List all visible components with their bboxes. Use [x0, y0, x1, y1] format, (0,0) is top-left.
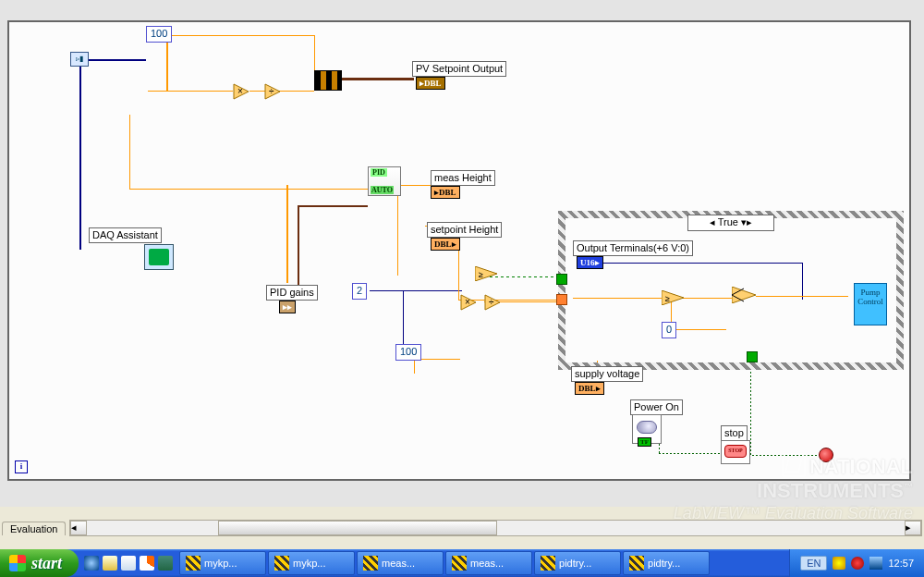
clock[interactable]: 12:57 — [888, 558, 914, 569]
op-select[interactable] — [732, 287, 756, 303]
case-structure[interactable]: ◂ True ▾▸ — [558, 211, 904, 370]
taskbar-item-5[interactable]: pidtry... — [623, 551, 710, 575]
vlc-icon[interactable] — [140, 556, 154, 571]
label-daq-assistant: DAQ Assistant — [89, 227, 162, 243]
while-loop-frame[interactable]: 100 2 100 0 PV Setpoint Output ▸DBL DAQ … — [7, 20, 911, 481]
svg-text:×: × — [465, 297, 470, 307]
horizontal-scrollbar[interactable]: ◂ ▸ — [69, 520, 922, 536]
w-pid-in — [286, 185, 288, 283]
label-power-on: Power On — [630, 399, 683, 415]
tunnel-left-bool — [556, 274, 567, 285]
dtype-dbl2: DBL — [434, 239, 452, 249]
const-100-top[interactable]: 100 — [146, 26, 172, 43]
wire-100a-h — [166, 35, 314, 36]
wb1 — [403, 290, 404, 351]
op-greater-equal[interactable]: ≥ — [475, 266, 497, 281]
case-selector[interactable]: ◂ True ▾▸ — [687, 215, 774, 231]
node-pump-control[interactable]: PumpControl — [854, 283, 887, 325]
dtype-tf-power: TF — [638, 437, 651, 447]
label-pid-gains: PID gains — [266, 285, 318, 301]
dtype-dbl3: DBL — [578, 384, 596, 393]
labview-icon — [541, 556, 555, 571]
label-pv-setpoint-output: PV Setpoint Output — [412, 61, 506, 77]
start-button[interactable]: start — [0, 549, 79, 577]
node-bundle[interactable] — [314, 70, 342, 91]
w-pidout-h — [397, 185, 431, 186]
w3-br — [336, 78, 414, 80]
tb-lbl-4: pidtry... — [559, 558, 591, 569]
node-daq-assistant[interactable] — [144, 244, 174, 270]
hscroll-left-button[interactable]: ◂ — [70, 521, 87, 535]
control-supply-voltage[interactable]: DBL▸ — [575, 382, 604, 395]
shift-register-left[interactable]: ▹▮ — [70, 52, 89, 67]
taskbar-item-3[interactable]: meas... — [445, 551, 532, 575]
daq-wire-v — [79, 59, 81, 250]
block-diagram-canvas[interactable]: 100 2 100 0 PV Setpoint Output ▸DBL DAQ … — [0, 0, 924, 507]
outlook-icon[interactable] — [121, 556, 136, 571]
op-multiply-2[interactable]: × — [460, 294, 477, 311]
tunnel-left-1 — [556, 294, 567, 305]
op-divide-1[interactable]: ÷ — [264, 83, 281, 100]
indicator-pv-setpoint[interactable]: ▸DBL — [416, 77, 445, 90]
op-divide-2[interactable]: ÷ — [484, 294, 501, 311]
op-multiply-1[interactable]: × — [233, 83, 249, 100]
pid-gains-v — [298, 205, 299, 294]
op-greater-equal-2[interactable]: ≥ — [662, 290, 684, 305]
tb-lbl-2: meas... — [382, 558, 415, 569]
tray-icon-1[interactable] — [833, 557, 845, 570]
w6 — [370, 290, 462, 291]
taskbar-item-1[interactable]: mykp... — [268, 551, 355, 575]
const-2[interactable]: 2 — [352, 283, 367, 300]
ie-icon[interactable] — [84, 556, 99, 571]
system-tray[interactable]: EN 12:57 — [789, 549, 924, 577]
stop-wire — [745, 455, 819, 456]
windows-taskbar[interactable]: start mykp... mykp... meas... meas... pi… — [0, 549, 924, 577]
indicator-meas-height[interactable]: ▸DBL — [431, 186, 460, 199]
tray-icon-2[interactable] — [851, 557, 864, 570]
tb-lbl-0: mykp... — [204, 558, 237, 569]
w2 — [249, 91, 314, 92]
labview-icon — [452, 556, 467, 571]
app-icon[interactable] — [158, 556, 173, 571]
pump-l2: Control — [857, 297, 883, 306]
tab-evaluation[interactable]: Evaluation — [2, 522, 66, 535]
hscroll-right-button[interactable]: ▸ — [905, 521, 921, 535]
evaluation-bar: Evaluation ◂ ▸ — [2, 520, 922, 536]
taskbar-item-4[interactable]: pidtry... — [534, 551, 621, 575]
windows-logo-icon — [9, 555, 26, 571]
wire-100a-v — [166, 35, 168, 91]
svg-text:÷: ÷ — [269, 86, 274, 96]
control-setpoint-height[interactable]: DBL▸ — [431, 238, 460, 251]
tb-lbl-5: pidtry... — [648, 558, 680, 569]
daq-wire-h1 — [79, 59, 146, 61]
label-output-terminals: Output Terminals(+6 V:0) — [573, 240, 693, 256]
pid-gains-h — [298, 205, 368, 207]
svg-marker-12 — [732, 287, 756, 303]
labview-icon — [629, 556, 644, 571]
language-indicator[interactable]: EN — [800, 556, 827, 571]
svg-text:÷: ÷ — [489, 297, 494, 307]
tb-lbl-1: mykp... — [293, 558, 325, 569]
taskbar-item-0[interactable]: mykp... — [179, 551, 266, 575]
control-pid-gains[interactable]: ▸▸ — [279, 301, 296, 313]
control-stop[interactable] — [721, 440, 750, 464]
w1 — [148, 91, 233, 92]
svg-text:≥: ≥ — [479, 270, 483, 279]
tray-icon-3[interactable] — [869, 557, 882, 570]
taskbar-item-2[interactable]: meas... — [357, 551, 444, 575]
w5 — [129, 189, 370, 190]
loop-iteration-terminal: i — [15, 460, 28, 473]
label-setpoint-height: setpoint Height — [427, 222, 502, 238]
label-stop: stop — [721, 425, 748, 441]
quick-launch[interactable] — [82, 556, 175, 571]
const-100-bottom[interactable]: 100 — [395, 344, 421, 361]
node-pid-autotune[interactable] — [368, 166, 401, 196]
explorer-icon[interactable] — [103, 556, 117, 571]
loop-stop-terminal[interactable] — [819, 448, 833, 462]
svg-text:≥: ≥ — [665, 294, 670, 303]
case-value: True — [718, 216, 738, 227]
hscroll-thumb[interactable] — [218, 521, 497, 535]
case-cond-terminal — [747, 351, 758, 362]
control-output-terminals[interactable]: U16▸ — [577, 256, 603, 269]
svg-text:×: × — [237, 86, 243, 96]
